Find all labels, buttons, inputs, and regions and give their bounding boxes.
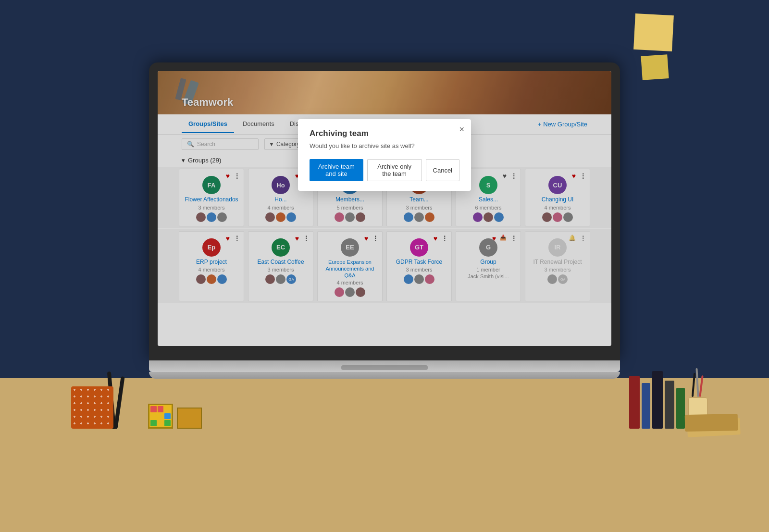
dialog-close-button[interactable]: × xyxy=(459,125,464,134)
sticky-note-2 xyxy=(641,54,669,80)
dialog-title: Archiving team xyxy=(310,129,459,138)
laptop-trackpad xyxy=(341,365,428,370)
notebook-stack-2 xyxy=(685,414,738,432)
archive-dialog: × Archiving team Would you like to archi… xyxy=(298,119,471,191)
dialog-overlay: × Archiving team Would you like to archi… xyxy=(158,71,611,346)
archive-team-and-site-button[interactable]: Archive team and site xyxy=(310,159,363,181)
gold-box xyxy=(177,408,202,429)
book-stack xyxy=(629,371,685,429)
laptop-screen: Teamwork Groups/Sites Documents Discussi… xyxy=(158,71,611,346)
laptop-keyboard xyxy=(149,360,620,372)
dialog-buttons: Archive team and site Archive only the t… xyxy=(310,159,459,181)
archive-only-team-button[interactable]: Archive only the team xyxy=(367,159,422,181)
rubik-cube xyxy=(148,404,173,429)
laptop: Teamwork Groups/Sites Documents Discussi… xyxy=(149,62,620,379)
dialog-message: Would you like to archive site as well? xyxy=(310,142,459,149)
laptop-base xyxy=(149,372,620,379)
cancel-button[interactable]: Cancel xyxy=(426,159,459,181)
craft-box xyxy=(71,386,113,429)
sticky-note-1 xyxy=(633,13,674,51)
laptop-lid: Teamwork Groups/Sites Documents Discussi… xyxy=(149,62,620,360)
